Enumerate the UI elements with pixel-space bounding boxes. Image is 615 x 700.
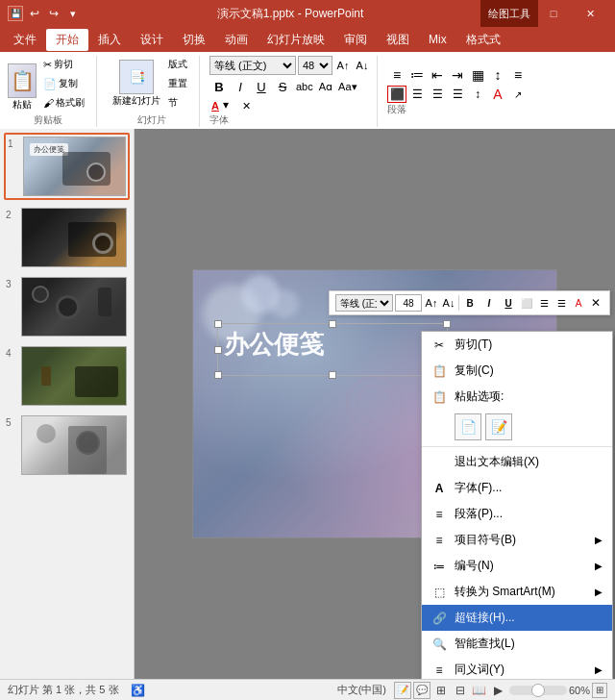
italic-button[interactable]: I (231, 77, 250, 96)
ctx-exit-text[interactable]: 退出文本编辑(X) (422, 449, 612, 475)
handle-ml[interactable] (214, 346, 222, 354)
menu-review[interactable]: 审阅 (334, 29, 377, 51)
ctx-copy[interactable]: 📋 复制(C) (422, 358, 612, 384)
font-color-button[interactable]: A (209, 100, 221, 112)
ctx-cut[interactable]: ✂ 剪切(T) (422, 332, 612, 358)
zoom-thumb[interactable] (531, 684, 545, 697)
zoom-slider[interactable] (509, 686, 567, 695)
font-family-select[interactable]: 等线 (正文) (209, 56, 296, 75)
menu-animations[interactable]: 动画 (215, 29, 258, 51)
normal-view-button[interactable]: ⊞ (432, 682, 450, 699)
menu-insert[interactable]: 插入 (88, 29, 131, 51)
font-size-select[interactable]: 48 (298, 56, 332, 75)
underline-button[interactable]: U (252, 77, 271, 96)
ctx-numbering[interactable]: ≔ 编号(N) ▶ (422, 553, 612, 579)
increase-indent-button[interactable]: ⇥ (448, 66, 467, 84)
menu-slideshow[interactable]: 幻灯片放映 (258, 29, 334, 51)
align-left-button[interactable]: ⬛ (387, 86, 406, 103)
bold-button[interactable]: B (209, 77, 229, 96)
save-icon[interactable]: 💾 (8, 6, 23, 21)
sorter-view-button[interactable]: ⊟ (452, 682, 469, 699)
paste-button[interactable]: 📋 粘贴 (8, 63, 37, 112)
decrease-font-button[interactable]: A↓ (354, 57, 371, 74)
text-shadow-button[interactable]: abc (294, 81, 315, 92)
align-center-button[interactable]: ☰ (407, 86, 427, 103)
slide-thumb-2[interactable]: 2 (4, 206, 130, 269)
ctx-smart-search[interactable]: 🔍 智能查找(L) (422, 631, 612, 657)
bullets-button[interactable]: ≡ (387, 66, 406, 84)
mini-align-right-button[interactable]: ☰ (554, 295, 569, 311)
reset-button[interactable]: 重置 (164, 75, 191, 92)
font-case-button[interactable]: Aa▾ (336, 81, 358, 93)
accessibility-icon[interactable]: ♿ (131, 684, 145, 697)
customize-icon[interactable]: ▾ (65, 6, 81, 21)
text-align-button[interactable]: ≡ (508, 66, 528, 84)
mini-grow-button[interactable]: A↑ (424, 295, 439, 311)
menu-mix[interactable]: Mix (419, 30, 456, 49)
mini-italic-button[interactable]: I (480, 294, 498, 312)
columns-button[interactable]: ▦ (468, 66, 487, 84)
handle-bm[interactable] (329, 371, 336, 379)
ctx-font[interactable]: A 字体(F)... (422, 475, 612, 501)
menu-view[interactable]: 视图 (377, 29, 419, 51)
mini-color-button[interactable]: A (571, 295, 586, 311)
paragraph-settings-button[interactable]: ↗ (508, 86, 528, 103)
paste-opt-2[interactable]: 📝 (485, 413, 512, 440)
mini-shrink-button[interactable]: A↓ (441, 295, 456, 311)
ctx-smartart[interactable]: ⬚ 转换为 SmartArt(M) ▶ (422, 579, 612, 605)
handle-tm[interactable] (329, 320, 336, 328)
mini-font-select[interactable]: 等线 (正文) (335, 294, 393, 312)
handle-tr[interactable] (443, 320, 451, 328)
menu-home[interactable]: 开始 (46, 29, 88, 51)
ctx-bullets[interactable]: ≡ 项目符号(B) ▶ (422, 527, 612, 553)
undo-icon[interactable]: ↩ (27, 6, 42, 21)
fit-zoom-button[interactable]: ⊞ (592, 683, 607, 698)
mini-underline-button[interactable]: U (500, 294, 517, 312)
cut-button[interactable]: ✂剪切 (39, 56, 88, 73)
comments-button[interactable]: 💬 (413, 682, 430, 699)
slide-thumb-4[interactable]: 4 (4, 344, 130, 408)
mini-bold-button[interactable]: B (461, 294, 479, 312)
clear-format-button[interactable]: ✕ (240, 100, 253, 112)
decrease-indent-button[interactable]: ⇤ (428, 66, 447, 84)
text-direction-button[interactable]: ↕ (488, 66, 507, 84)
justify-button[interactable]: ☰ (448, 86, 467, 103)
notes-button[interactable]: 📝 (394, 682, 411, 699)
font-highlight-button[interactable]: ▾ (223, 98, 238, 113)
paragraph-color-button[interactable]: A (488, 86, 507, 103)
menu-design[interactable]: 设计 (131, 29, 173, 51)
handle-bl[interactable] (214, 371, 222, 379)
slide-thumb-1[interactable]: 1 办公便笺 (4, 133, 130, 200)
mini-font-size-input[interactable] (395, 294, 422, 312)
ctx-paragraph[interactable]: ≡ 段落(P)... (422, 501, 612, 527)
section-button[interactable]: 节 (164, 94, 191, 112)
mini-highlight-button[interactable]: ✕ (588, 295, 603, 311)
new-slide-button[interactable]: 📑 新建幻灯片 (112, 60, 160, 108)
maximize-button[interactable]: □ (536, 0, 571, 27)
menu-format[interactable]: 格式式 (456, 29, 510, 51)
drawing-tools-tab[interactable]: 绘图工具 (480, 0, 538, 27)
increase-font-button[interactable]: A↑ (334, 57, 352, 74)
slide-thumb-3[interactable]: 3 (4, 275, 130, 338)
align-right-button[interactable]: ☰ (428, 86, 447, 103)
close-button[interactable]: ✕ (573, 0, 607, 27)
char-spacing-button[interactable]: Aɑ (317, 81, 334, 93)
handle-tl[interactable] (214, 320, 222, 328)
redo-icon[interactable]: ↪ (46, 6, 62, 21)
text-box[interactable]: 办公便笺 (217, 323, 448, 376)
menu-file[interactable]: 文件 (4, 29, 46, 51)
ctx-synonym[interactable]: ≡ 同义词(Y) ▶ (422, 657, 612, 679)
mini-align-center-button[interactable]: ☰ (536, 295, 552, 311)
copy-button[interactable]: 📄复制 (39, 75, 88, 92)
paste-opt-1[interactable]: 📄 (455, 413, 481, 440)
menu-transitions[interactable]: 切换 (173, 29, 215, 51)
version-label-button[interactable]: 版式 (164, 56, 191, 73)
ctx-hyperlink[interactable]: 🔗 超链接(H)... (422, 605, 612, 631)
reading-view-button[interactable]: 📖 (471, 682, 488, 699)
format-painter-button[interactable]: 🖌格式刷 (39, 94, 88, 112)
slideshow-button[interactable]: ▶ (490, 682, 507, 699)
line-spacing-button[interactable]: ↕ (468, 86, 487, 103)
strikethrough-button[interactable]: S (273, 77, 292, 96)
numbering-button[interactable]: ≔ (407, 66, 427, 84)
slide-thumb-5[interactable]: 5 (4, 413, 130, 477)
